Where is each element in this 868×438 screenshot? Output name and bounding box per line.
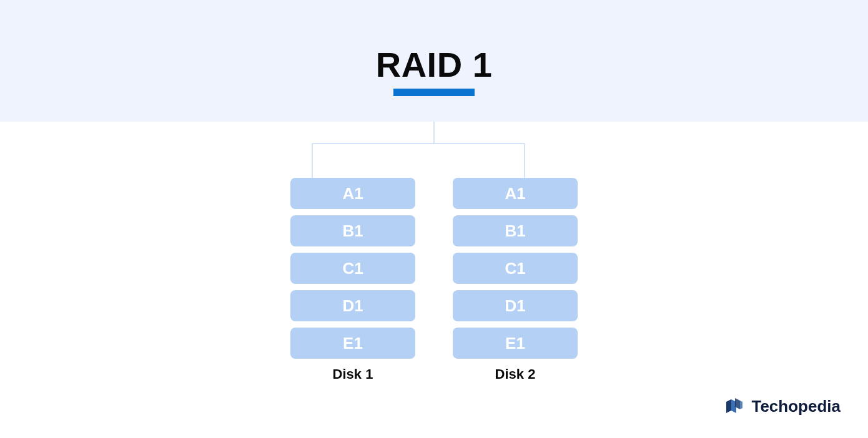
data-block: A1	[290, 178, 415, 209]
data-block: B1	[453, 215, 578, 246]
data-block: D1	[290, 290, 415, 321]
brand-icon	[724, 396, 745, 417]
disk-column-2: A1 B1 C1 D1 E1 Disk 2	[453, 178, 578, 382]
data-block: D1	[453, 290, 578, 321]
data-block: E1	[290, 328, 415, 359]
header-band: RAID 1	[0, 0, 868, 122]
diagram-title: RAID 1	[376, 44, 493, 85]
disk-label: Disk 1	[333, 366, 373, 382]
disks-row: A1 B1 C1 D1 E1 Disk 1 A1 B1 C1 D1 E1 Dis…	[0, 122, 868, 382]
brand-logo: Techopedia	[724, 396, 841, 417]
data-block: B1	[290, 215, 415, 246]
diagram-area: A1 B1 C1 D1 E1 Disk 1 A1 B1 C1 D1 E1 Dis…	[0, 122, 868, 382]
data-block: C1	[453, 253, 578, 284]
data-block: C1	[290, 253, 415, 284]
disk-column-1: A1 B1 C1 D1 E1 Disk 1	[290, 178, 415, 382]
data-block: A1	[453, 178, 578, 209]
title-underline	[393, 89, 475, 96]
disk-label: Disk 2	[495, 366, 536, 382]
data-block: E1	[453, 328, 578, 359]
brand-name: Techopedia	[751, 397, 841, 416]
